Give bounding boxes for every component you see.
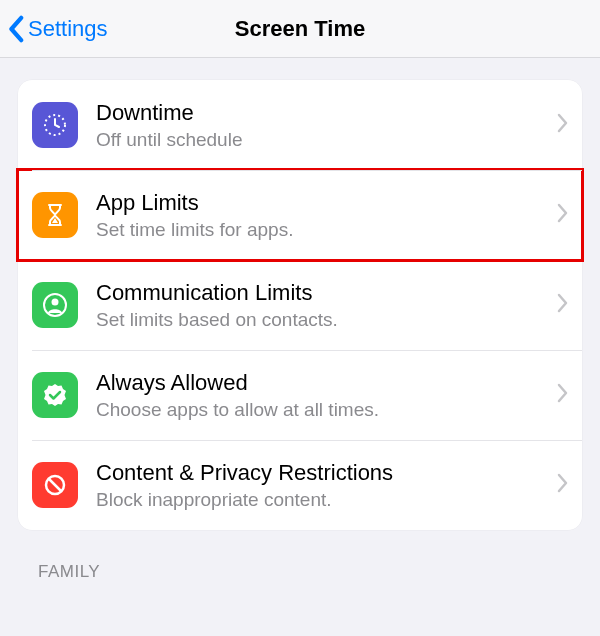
row-communication-limits[interactable]: Communication Limits Set limits based on… [18, 260, 582, 350]
row-title: Communication Limits [96, 280, 556, 306]
row-subtitle: Off until schedule [96, 129, 556, 151]
back-button[interactable]: Settings [8, 15, 108, 43]
row-text: Always Allowed Choose apps to allow at a… [96, 370, 556, 421]
hourglass-icon [32, 192, 78, 238]
row-text: Downtime Off until schedule [96, 100, 556, 151]
section-header-family: FAMILY [38, 562, 600, 582]
chevron-right-icon [556, 113, 568, 137]
row-title: Content & Privacy Restrictions [96, 460, 556, 486]
chevron-right-icon [556, 383, 568, 407]
page-title: Screen Time [235, 16, 365, 42]
row-text: App Limits Set time limits for apps. [96, 190, 556, 241]
row-subtitle: Set time limits for apps. [96, 219, 556, 241]
chevron-right-icon [556, 473, 568, 497]
row-content-restrictions[interactable]: Content & Privacy Restrictions Block ina… [18, 440, 582, 530]
contact-icon [32, 282, 78, 328]
row-always-allowed[interactable]: Always Allowed Choose apps to allow at a… [18, 350, 582, 440]
navbar: Settings Screen Time [0, 0, 600, 58]
downtime-icon [32, 102, 78, 148]
row-text: Communication Limits Set limits based on… [96, 280, 556, 331]
chevron-back-icon [8, 15, 26, 43]
row-text: Content & Privacy Restrictions Block ina… [96, 460, 556, 511]
chevron-right-icon [556, 293, 568, 317]
row-title: Downtime [96, 100, 556, 126]
row-title: App Limits [96, 190, 556, 216]
row-app-limits[interactable]: App Limits Set time limits for apps. [18, 170, 582, 260]
row-subtitle: Choose apps to allow at all times. [96, 399, 556, 421]
checkmark-seal-icon [32, 372, 78, 418]
svg-point-2 [52, 299, 59, 306]
row-downtime[interactable]: Downtime Off until schedule [18, 80, 582, 170]
row-subtitle: Set limits based on contacts. [96, 309, 556, 331]
back-label: Settings [28, 16, 108, 42]
chevron-right-icon [556, 203, 568, 227]
row-title: Always Allowed [96, 370, 556, 396]
settings-group: Downtime Off until schedule App Limits S… [18, 80, 582, 530]
row-subtitle: Block inappropriate content. [96, 489, 556, 511]
no-symbol-icon [32, 462, 78, 508]
